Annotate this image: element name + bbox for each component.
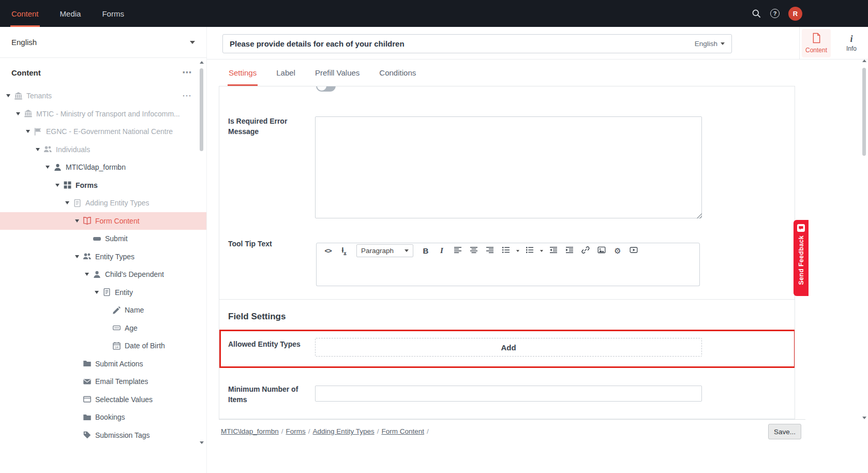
align-right-button[interactable] <box>483 244 497 258</box>
scroll-down-icon[interactable] <box>862 417 866 419</box>
tree-item-email-templates[interactable]: Email Templates <box>0 373 206 391</box>
ordered-list-button[interactable] <box>523 244 536 258</box>
scroll-up-icon[interactable] <box>200 61 204 64</box>
paragraph-style-select[interactable]: Paragraph <box>356 244 413 257</box>
expander-icon[interactable] <box>75 255 79 258</box>
tree-item-egnc-e-government-national-centre[interactable]: EGNC - E-Government National Centre <box>0 123 206 141</box>
expander-icon[interactable] <box>46 166 50 169</box>
scrollbar-thumb[interactable] <box>200 68 203 151</box>
nav-item-content[interactable]: Content <box>10 0 40 27</box>
send-feedback-tab[interactable]: Send Feedback <box>794 220 809 296</box>
search-icon[interactable] <box>751 8 761 19</box>
save-button[interactable]: Save... <box>768 424 801 439</box>
gear-icon: ⚙ <box>614 246 621 256</box>
tree-item-entity[interactable]: Entity <box>0 284 206 302</box>
tree-item-selectable-values[interactable]: Selectable Values <box>0 391 206 409</box>
ordered-list-caret-icon[interactable] <box>539 244 544 258</box>
align-center-button[interactable] <box>467 244 481 258</box>
tree-item-mtic-ministry-of-transport-and-infocomm[interactable]: MTIC - Ministry of Transport and Infocom… <box>0 105 206 123</box>
tree-item-date-of-birth[interactable]: 14Date of Birth <box>0 337 206 355</box>
expander-icon[interactable] <box>6 94 10 97</box>
unordered-list-button[interactable] <box>499 244 513 258</box>
breadcrumb-link-form-content[interactable]: Form Content <box>381 427 424 435</box>
settings-button[interactable]: ⚙ <box>611 244 624 258</box>
panel-tab-content[interactable]: Content <box>802 29 831 57</box>
expander-icon[interactable] <box>95 291 99 294</box>
tree-item-mtic-ldap-formbn[interactable]: MTIC\ldap_formbn <box>0 158 206 176</box>
scroll-down-icon[interactable] <box>200 441 204 444</box>
minimum-items-input[interactable] <box>315 386 702 402</box>
expander-icon[interactable] <box>85 273 89 276</box>
title-input[interactable] <box>230 39 695 48</box>
tree-item-submission-tags[interactable]: Submission Tags <box>0 426 206 445</box>
tree-item-form-content[interactable]: Form Content <box>0 212 206 230</box>
outdent-button[interactable] <box>547 244 560 258</box>
align-left-button[interactable] <box>451 244 465 258</box>
tooltip-editor-body[interactable] <box>316 258 700 286</box>
nav-item-media[interactable]: Media <box>59 0 82 27</box>
nav-item-forms[interactable]: Forms <box>101 0 125 27</box>
help-icon[interactable]: ? <box>770 9 780 18</box>
tab-settings[interactable]: Settings <box>228 60 258 86</box>
tree-item-label: Entity Types <box>95 253 134 261</box>
bold-button[interactable]: B <box>419 244 432 258</box>
is-required-error-textarea[interactable] <box>315 116 702 218</box>
tree-item-adding-entity-types[interactable]: Adding Entity Types <box>0 194 206 212</box>
allowed-entity-types-add-button[interactable]: Add <box>315 338 702 357</box>
more-menu-icon[interactable]: ⋯ <box>182 90 192 101</box>
toggle-knob <box>317 86 326 91</box>
send-feedback-label: Send Feedback <box>798 235 805 285</box>
unordered-list-caret-icon[interactable] <box>515 244 520 258</box>
breadcrumb-link-mtic-ldap-formbn[interactable]: MTIC\ldap_formbn <box>221 427 279 435</box>
tab-conditions[interactable]: Conditions <box>378 60 417 86</box>
code-icon: <> <box>324 247 331 255</box>
expander-icon[interactable] <box>16 112 20 115</box>
avatar[interactable]: R <box>788 7 802 21</box>
expander-icon[interactable] <box>26 130 30 133</box>
scrollbar-thumb[interactable] <box>862 68 866 156</box>
sidebar-scrollbar[interactable] <box>199 61 205 444</box>
indent-button[interactable] <box>563 244 576 258</box>
required-toggle[interactable] <box>316 86 336 92</box>
tree-item-name[interactable]: Name <box>0 301 206 319</box>
tree-item-forms[interactable]: Forms <box>0 176 206 195</box>
italic-button[interactable]: I <box>435 244 448 258</box>
tab-label[interactable]: Label <box>275 60 296 86</box>
expander-icon[interactable] <box>55 184 59 187</box>
main-scrollbar[interactable] <box>861 60 867 419</box>
tree-item-entity-types[interactable]: Entity Types <box>0 248 206 266</box>
tree-item-bookings[interactable]: Bookings <box>0 408 206 426</box>
header-language-dropdown[interactable]: English <box>695 40 725 48</box>
chevron-down-icon <box>721 42 725 45</box>
section-divider <box>219 299 795 300</box>
envelope-icon <box>83 377 92 386</box>
image-button[interactable] <box>595 244 608 258</box>
italic-icon: I <box>440 246 443 255</box>
tree-item-individuals[interactable]: Individuals <box>0 141 206 159</box>
tree-item-label: Date of Birth <box>125 342 165 350</box>
breadcrumb-separator: / <box>308 427 310 435</box>
expander-icon[interactable] <box>75 219 79 223</box>
more-menu-icon[interactable]: ⋯ <box>182 67 192 78</box>
video-button[interactable] <box>627 244 640 258</box>
field-settings-heading: Field Settings <box>228 312 286 322</box>
expander-icon[interactable] <box>65 201 69 204</box>
code-button[interactable]: <> <box>321 244 335 258</box>
tree-item-submit-actions[interactable]: Submit Actions <box>0 355 206 373</box>
clear-formatting-button[interactable]: Ix <box>337 244 351 258</box>
expander-icon[interactable] <box>36 148 40 151</box>
breadcrumb-link-forms[interactable]: Forms <box>286 427 306 435</box>
breadcrumb-link-adding-entity-types[interactable]: Adding Entity Types <box>313 427 375 435</box>
link-button[interactable] <box>579 244 592 258</box>
tree-item-label: Submission Tags <box>95 431 150 439</box>
panel-tab-info[interactable]: i Info <box>837 29 866 57</box>
tree-item-submit[interactable]: Submit <box>0 230 206 248</box>
tree-item-label: Form Content <box>95 217 140 225</box>
scroll-up-icon[interactable] <box>862 60 866 62</box>
tree-item-child-s-dependent[interactable]: Child's Dependent <box>0 265 206 284</box>
tree-item-age[interactable]: Age <box>0 319 206 337</box>
tree-item-tenants[interactable]: Tenants⋯ <box>0 87 206 105</box>
language-selector[interactable]: English <box>0 27 206 58</box>
tab-prefill-values[interactable]: Prefill Values <box>314 60 361 86</box>
topbar-nav: ContentMediaForms <box>10 0 125 27</box>
